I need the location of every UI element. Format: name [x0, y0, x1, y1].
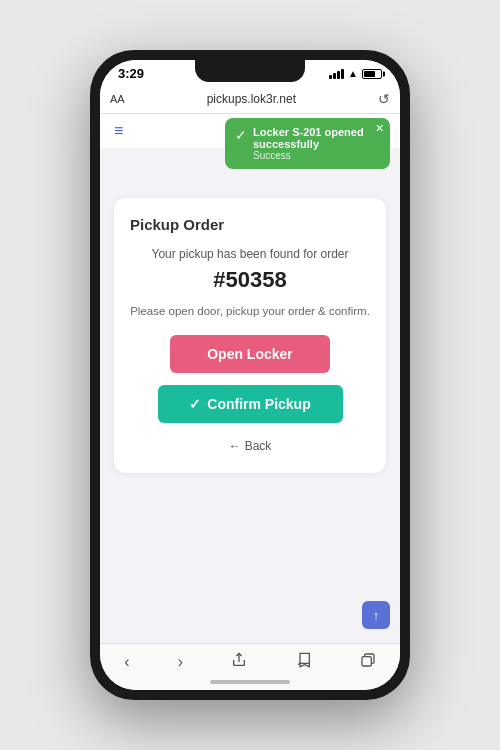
toast-content: Locker S-201 opened successfully Success — [253, 126, 380, 161]
scroll-to-top-button[interactable]: ↑ — [362, 601, 390, 629]
browser-aa[interactable]: AA — [110, 93, 125, 105]
browser-tabs-button[interactable] — [360, 652, 376, 672]
confirm-pickup-label: Confirm Pickup — [207, 396, 310, 412]
signal-icon — [329, 69, 344, 79]
browser-bookmarks-button[interactable] — [296, 652, 312, 672]
browser-bar: AA pickups.lok3r.net ↺ — [100, 85, 400, 114]
pickup-order-card: Pickup Order Your pickup has been found … — [114, 198, 386, 473]
page-content: ≡ ✓ Locker S-201 opened successfully Suc… — [100, 114, 400, 643]
toast-notification: ✓ Locker S-201 opened successfully Succe… — [225, 118, 390, 169]
phone-frame: 3:29 ▲ AA pickups.lok3r.net ↺ — [90, 50, 410, 700]
refresh-icon[interactable]: ↺ — [378, 91, 390, 107]
home-indicator — [100, 676, 400, 690]
home-bar — [210, 680, 290, 684]
hamburger-icon[interactable]: ≡ — [114, 122, 123, 140]
browser-share-button[interactable] — [231, 652, 247, 672]
pickup-instruction: Please open door, pickup your order & co… — [130, 305, 370, 317]
browser-back-button[interactable]: ‹ — [124, 653, 129, 671]
phone-screen: 3:29 ▲ AA pickups.lok3r.net ↺ — [100, 60, 400, 690]
svg-rect-1 — [362, 657, 371, 666]
status-time: 3:29 — [118, 66, 144, 81]
card-title: Pickup Order — [130, 216, 370, 233]
back-arrow-icon: ← — [229, 439, 241, 453]
status-icons: ▲ — [329, 68, 382, 79]
open-locker-button[interactable]: Open Locker — [170, 335, 330, 373]
order-message: Your pickup has been found for order — [130, 247, 370, 261]
confirm-check-icon: ✓ — [189, 396, 201, 412]
order-number: #50358 — [130, 267, 370, 293]
back-link[interactable]: ← Back — [130, 439, 370, 453]
toast-close-button[interactable]: ✕ — [375, 122, 384, 135]
notch — [195, 60, 305, 82]
toast-title: Locker S-201 opened successfully — [253, 126, 380, 150]
battery-icon — [362, 69, 382, 79]
back-label: Back — [245, 439, 272, 453]
toast-subtitle: Success — [253, 150, 380, 161]
browser-forward-button[interactable]: › — [178, 653, 183, 671]
browser-url: pickups.lok3r.net — [207, 92, 296, 106]
wifi-icon: ▲ — [348, 68, 358, 79]
toast-check-icon: ✓ — [235, 127, 247, 143]
confirm-pickup-button[interactable]: ✓ Confirm Pickup — [158, 385, 343, 423]
bottom-browser-bar: ‹ › — [100, 643, 400, 676]
